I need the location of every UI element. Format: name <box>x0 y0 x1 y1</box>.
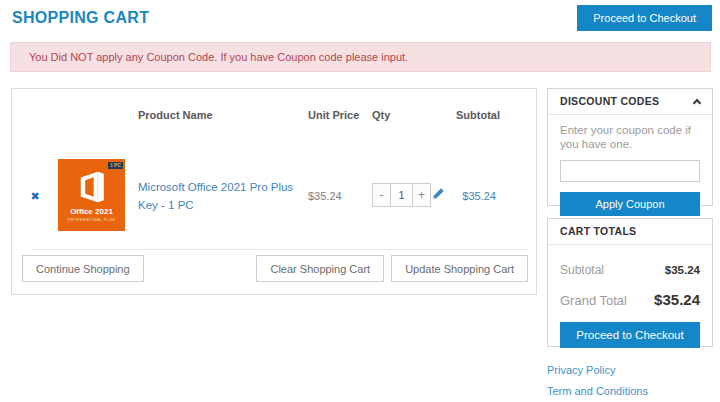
clear-shopping-cart-button[interactable]: Clear Shopping Cart <box>256 255 384 282</box>
subtotal-row: Subtotal $35.24 <box>560 263 700 277</box>
footer-links: Privacy Policy Term and Conditions <box>547 364 713 397</box>
apply-coupon-button[interactable]: Apply Coupon <box>560 192 700 216</box>
subtotal-value: $35.24 <box>665 264 700 276</box>
cart-item-row: ✖ 1 PC Office 2021 PROFESSIONAL PLUS Mic… <box>12 141 536 249</box>
office-logo-icon <box>74 168 110 206</box>
qty-input[interactable] <box>391 183 412 207</box>
continue-shopping-button[interactable]: Continue Shopping <box>22 255 144 282</box>
page-title: SHOPPING CART <box>12 9 149 27</box>
column-subtotal: Subtotal <box>456 109 540 121</box>
product-image-subtitle: PROFESSIONAL PLUS <box>68 217 116 222</box>
product-image[interactable]: 1 PC Office 2021 PROFESSIONAL PLUS <box>58 159 125 231</box>
qty-decrease-button[interactable]: - <box>372 183 391 207</box>
qty-stepper: - + <box>372 183 432 207</box>
unit-price-value: $35.24 <box>308 190 342 202</box>
grand-total-label: Grand Total <box>560 293 627 308</box>
qty-increase-button[interactable]: + <box>412 183 431 207</box>
grand-total-value: $35.24 <box>654 291 700 308</box>
cart-totals-header: CART TOTALS <box>548 219 712 245</box>
column-product-name: Product Name <box>138 109 308 121</box>
cart-actions: Continue Shopping Clear Shopping Cart Up… <box>12 250 536 282</box>
privacy-policy-link[interactable]: Privacy Policy <box>547 364 713 376</box>
update-shopping-cart-button[interactable]: Update Shopping Cart <box>391 255 528 282</box>
coupon-alert: You Did NOT apply any Coupon Code. If yo… <box>10 42 711 72</box>
discount-codes-panel: DISCOUNT CODES Enter your coupon code if… <box>547 88 713 206</box>
product-name-link[interactable]: Microsoft Office 2021 Pro Plus Key - 1 P… <box>138 181 293 211</box>
coupon-alert-message: You Did NOT apply any Coupon Code. If yo… <box>29 51 408 63</box>
terms-and-conditions-link[interactable]: Term and Conditions <box>547 385 713 397</box>
column-qty: Qty <box>372 109 432 121</box>
edit-item-icon[interactable] <box>432 186 445 204</box>
column-unit-price: Unit Price <box>308 109 372 121</box>
remove-item-icon[interactable]: ✖ <box>30 190 39 202</box>
product-image-title: Office 2021 <box>70 207 113 216</box>
product-image-badge: 1 PC <box>108 162 123 169</box>
item-subtotal-value: $35.24 <box>462 190 496 202</box>
coupon-code-input[interactable] <box>560 160 700 182</box>
proceed-to-checkout-button-top[interactable]: Proceed to Checkout <box>577 5 712 31</box>
chevron-up-icon[interactable] <box>693 98 701 106</box>
discount-codes-title: DISCOUNT CODES <box>560 95 659 107</box>
proceed-to-checkout-button-sidebar[interactable]: Proceed to Checkout <box>560 322 700 348</box>
cart-items-panel: Product Name Unit Price Qty Subtotal ✖ 1… <box>11 88 537 295</box>
discount-codes-header[interactable]: DISCOUNT CODES <box>548 89 712 115</box>
grand-total-row: Grand Total $35.24 <box>560 291 700 308</box>
subtotal-label: Subtotal <box>560 263 604 277</box>
cart-totals-title: CART TOTALS <box>560 225 636 237</box>
cart-sidebar: DISCOUNT CODES Enter your coupon code if… <box>547 88 713 402</box>
cart-table-header: Product Name Unit Price Qty Subtotal <box>12 89 536 141</box>
coupon-hint-text: Enter your coupon code if you have one. <box>560 123 700 152</box>
cart-totals-panel: CART TOTALS Subtotal $35.24 Grand Total … <box>547 218 713 347</box>
